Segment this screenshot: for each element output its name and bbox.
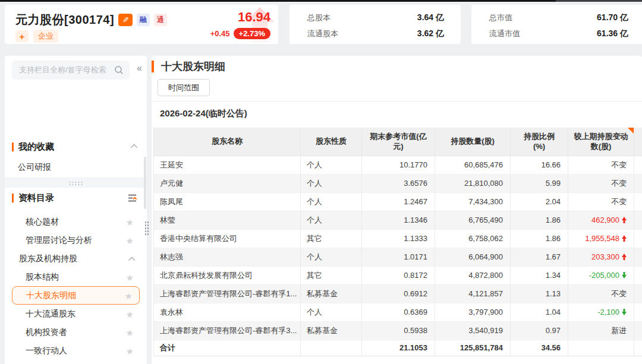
page-title: 十大股东明细 (161, 59, 225, 74)
holding-percent: 0.97 (511, 321, 568, 340)
cell-spacer (634, 340, 642, 356)
star-icon[interactable]: ★ (126, 346, 134, 355)
shares-held: 60,685,476 (435, 156, 511, 174)
sidebar-scrollbar-thumb[interactable] (144, 157, 146, 209)
cell-spacer (634, 284, 642, 303)
window-top-edge (0, 0, 642, 2)
window-top-edge-dark (0, 0, 556, 2)
shareholder-type: 个人 (301, 248, 362, 266)
star-icon[interactable]: ★ (126, 328, 134, 337)
column-header: 持股数量(股) (435, 128, 511, 156)
share-change: 新进 (568, 321, 634, 340)
sidebar-item-company-research[interactable]: 公司研报 (5, 157, 147, 178)
enterprise-badge[interactable]: 企业 (33, 30, 58, 43)
sidebar-item-label: 十大股东明细 (26, 290, 76, 301)
shareholder-name: 袁永林 (154, 303, 301, 321)
directory-section-header[interactable]: 资料目录 (5, 190, 147, 205)
stat-label: 总市值 (489, 12, 512, 23)
shareholder-name: 合计 (154, 340, 301, 356)
panel-drag-strip[interactable] (5, 178, 147, 188)
title-accent-bar (152, 61, 154, 72)
cell-spacer (634, 248, 642, 266)
sidebar-item[interactable]: 十大流通股东★ (5, 305, 147, 323)
chevron-up-icon[interactable] (128, 257, 135, 264)
table-row: 北京鼎耘科技发展有限公司其它0.81724,872,8001.34-205,00… (154, 266, 642, 284)
sidebar-item[interactable]: 一致行动人★ (5, 341, 147, 360)
share-change-value: 不变 (611, 160, 627, 169)
table-row: 香港中央结算有限公司其它1.13336,758,0621.861,955,548 (154, 229, 642, 248)
sidebar: 支持栏目全称/首字母检索 « 我的收藏 公司研报 资料目录 核心题材★管理层讨论… (5, 56, 147, 364)
holding-percent: 1.34 (511, 266, 568, 284)
arrow-up-icon (621, 217, 627, 223)
search-input[interactable]: 支持栏目全称/首字母检索 (12, 61, 130, 80)
favorites-section-header[interactable]: 我的收藏 (5, 139, 147, 154)
time-range-button[interactable]: 时间范围 (158, 79, 210, 96)
share-change-value: 203,300 (591, 252, 619, 261)
sidebar-item-label: 股东及机构持股 (19, 254, 77, 264)
sidebar-item[interactable]: 股权穿透★ (5, 360, 147, 364)
share-change: -205,000 (568, 266, 634, 284)
shares-held: 125,851,784 (435, 340, 511, 356)
sidebar-item-label: 一致行动人 (26, 346, 67, 356)
star-icon[interactable]: ★ (126, 217, 134, 226)
holding-percent: 1.86 (511, 229, 568, 248)
cell-spacer (634, 229, 642, 248)
shareholders-table: 股东名称股东性质期末参考市值(亿元)持股数量(股)持股比例(%)较上期持股变动数… (153, 128, 642, 356)
sidebar-item[interactable]: 股东及机构持股 (5, 249, 147, 268)
directory-title: 资料目录 (18, 192, 128, 204)
star-icon[interactable]: ★ (125, 291, 133, 300)
table-row: 袁永林个人0.63693,797,9001.04-2,100 (154, 303, 642, 321)
star-icon[interactable]: ★ (126, 236, 134, 245)
market-value: 0.5938 (362, 321, 435, 340)
column-header-spacer (634, 128, 642, 156)
margin-trading-tag: 融 (137, 14, 150, 26)
collapse-sidebar-icon[interactable]: « (137, 63, 142, 74)
market-value: 21.1053 (362, 340, 435, 356)
market-value: 0.6912 (362, 284, 435, 303)
add-icon[interactable]: + (15, 30, 29, 42)
sidebar-item[interactable]: 核心题材★ (5, 213, 147, 231)
shareholder-name: 上海睿郡资产管理有限公司-睿郡有孚1... (154, 284, 301, 303)
edit-pencil-icon[interactable]: ✎ (118, 14, 133, 26)
table-row: 上海睿郡资产管理有限公司-睿郡有孚1...私募基金0.69124,121,857… (154, 284, 642, 303)
column-header: 期末参考市值(亿元) (362, 128, 435, 156)
sidebar-item[interactable]: 机构投资者★ (5, 323, 147, 341)
stat-label: 流通股本 (307, 29, 338, 39)
stat-value: 61.70 亿 (597, 12, 628, 23)
shareholder-name: 王延安 (154, 156, 301, 174)
table-row: 林莹个人1.13466,765,4901.86462,900 (154, 211, 642, 229)
favorites-title: 我的收藏 (18, 141, 133, 153)
market-value: 0.8172 (362, 266, 435, 284)
search-icon[interactable] (114, 65, 124, 75)
table-row: 林志强个人1.01716,064,9001.67203,300 (154, 248, 642, 266)
cell-spacer (634, 156, 642, 174)
shareholder-name: 陈凤尾 (154, 192, 301, 211)
holding-percent: 16.66 (511, 156, 568, 174)
column-header: 持股比例(%) (511, 128, 568, 156)
divider (152, 101, 642, 102)
window-top-edge-light (556, 0, 642, 2)
share-change: 不变 (568, 156, 634, 174)
sidebar-item-selected[interactable]: 十大股东明细★ (12, 286, 140, 305)
share-change: 不变 (568, 284, 634, 303)
cell-spacer (634, 192, 642, 211)
section-accent-bar (12, 194, 14, 202)
star-icon[interactable]: ★ (126, 273, 134, 281)
market-value: 3.6576 (362, 174, 435, 192)
market-value: 1.1333 (362, 229, 435, 248)
sidebar-item[interactable]: 管理层讨论与分析★ (5, 231, 147, 249)
cell-spacer (634, 266, 642, 284)
shares-held: 6,765,490 (435, 211, 511, 229)
panel-resize-handle[interactable] (144, 221, 149, 235)
shares-held: 6,064,900 (435, 248, 511, 266)
share-change-value: 1,955,548 (585, 234, 619, 243)
sidebar-item[interactable]: 股本结构★ (5, 268, 147, 286)
collapse-all-icon[interactable] (128, 194, 137, 202)
holding-percent: 1.04 (511, 303, 568, 321)
star-icon[interactable]: ★ (126, 309, 134, 318)
table-header-row: 股东名称股东性质期末参考市值(亿元)持股数量(股)持股比例(%)较上期持股变动数… (154, 128, 642, 156)
holding-percent: 2.04 (511, 192, 568, 211)
share-change-value: -2,100 (597, 308, 619, 316)
market-value: 0.6369 (362, 303, 435, 321)
shareholders-table-wrap: 股东名称股东性质期末参考市值(亿元)持股数量(股)持股比例(%)较上期持股变动数… (153, 128, 642, 356)
